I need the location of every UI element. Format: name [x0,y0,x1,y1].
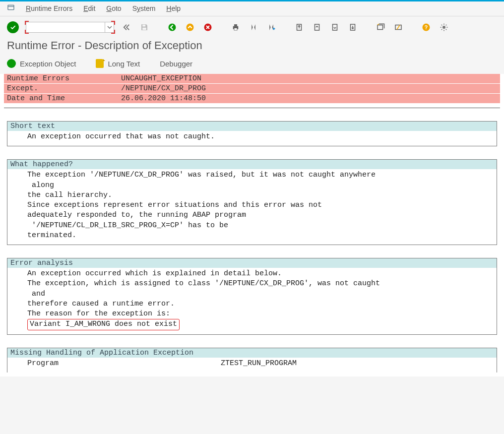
section-title: What happened? [7,160,497,169]
menu-runtime-errors[interactable]: Runtime Errors [26,4,72,12]
nav-cancel-icon[interactable] [202,22,213,33]
header-value: UNCAUGHT_EXCEPTION [118,74,500,84]
find-icon[interactable] [248,22,259,33]
focus-corner-icon [111,30,115,34]
nav-exit-icon[interactable] [185,22,195,33]
print-icon[interactable] [230,22,241,33]
table-row: Runtime Errors UNCAUGHT_EXCEPTION [4,74,500,84]
svg-rect-11 [333,24,337,30]
svg-rect-1 [142,25,145,27]
svg-point-4 [187,24,194,31]
svg-text:?: ? [425,24,428,30]
svg-rect-0 [8,5,14,9]
menu-goto[interactable]: Goto [106,4,121,12]
transaction-code-input[interactable] [26,22,105,33]
menu-help[interactable]: Help [166,4,181,12]
section-title: Short text [7,122,497,131]
header-label: Runtime Errors [4,74,118,84]
transaction-code-field-wrap [26,22,114,33]
section-body: ProgramZTEST_RUN_PROGRAM [7,358,497,372]
header-label: Except. [4,84,118,94]
error-header-table: Runtime Errors UNCAUGHT_EXCEPTION Except… [4,74,500,104]
header-value: /NEPTUNE/CX_DR_PROG [118,84,500,94]
svg-rect-8 [234,28,237,31]
debugger-button[interactable]: Debugger [160,60,192,68]
long-text-button[interactable]: Long Text [96,59,140,68]
svg-rect-2 [142,28,146,30]
program-value: ZTEST_RUN_PROGRAM [221,359,297,369]
section-title: Missing Handling of Application Exceptio… [7,348,497,358]
next-page-icon[interactable] [329,22,340,33]
missing-handling-section: Missing Handling of Application Exceptio… [7,348,497,372]
svg-point-17 [442,26,445,29]
focus-corner-icon [111,21,115,25]
svg-point-3 [169,24,176,31]
svg-rect-13 [378,25,383,30]
svg-rect-7 [234,24,237,26]
section-body: An exception occurred which is explained… [7,268,497,334]
help-icon[interactable]: ? [421,22,432,33]
long-text-label: Long Text [108,60,140,68]
menu-edit[interactable]: Edit [83,4,95,12]
table-row: Except. /NEPTUNE/CX_DR_PROG [4,84,500,94]
section-body: The exception '/NEPTUNE/CX_DR_PROG' was … [7,169,497,245]
first-page-icon[interactable] [294,22,305,33]
header-label: Date and Time [4,94,118,104]
debugger-label: Debugger [160,60,192,68]
save-icon[interactable] [139,22,150,33]
last-page-icon[interactable] [347,22,358,33]
menu-system[interactable]: System [132,4,156,12]
short-text-section: Short text An exception occurred that wa… [7,121,497,146]
table-row: Date and Time 26.06.2020 11:48:50 [4,94,500,104]
what-happened-section: What happened? The exception '/NEPTUNE/C… [7,159,497,245]
svg-rect-10 [315,24,319,30]
sap-menu-icon[interactable] [7,3,15,13]
header-value: 26.06.2020 11:48:50 [118,94,500,104]
section-title: Error analysis [7,258,497,268]
back-double-icon[interactable] [121,22,132,33]
exception-object-label: Exception Object [20,60,76,68]
menubar: Runtime Errors Edit Goto System Help [0,1,504,16]
program-label: Program [27,359,221,369]
nav-back-icon[interactable] [167,22,178,33]
exception-object-button[interactable]: Exception Object [7,59,76,68]
error-analysis-section: Error analysis An exception occurred whi… [7,258,497,335]
create-shortcut-icon[interactable] [393,22,404,33]
error-reason-highlight: Variant I_AM_WRONG does not exist [27,319,180,330]
page-title: Runtime Error - Description of Exception [0,37,504,59]
sub-toolbar: Exception Object Long Text Debugger [0,59,504,74]
document-yellow-icon [96,59,104,68]
section-body: An exception occurred that was not caugh… [7,131,497,146]
find-next-icon[interactable] [266,22,277,33]
toolbar: ? [0,16,504,37]
focus-corner-icon [25,21,29,25]
new-session-icon[interactable] [375,22,386,33]
content-area: Runtime Errors UNCAUGHT_EXCEPTION Except… [0,74,504,376]
settings-icon[interactable] [439,22,449,33]
green-circle-icon [7,59,16,68]
prev-page-icon[interactable] [312,22,322,33]
focus-corner-icon [25,30,29,34]
ok-button[interactable] [7,21,19,33]
